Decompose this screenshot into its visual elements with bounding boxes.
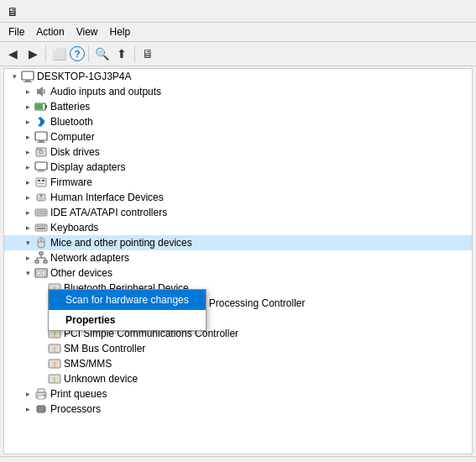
title-bar: 🖥 <box>0 0 476 23</box>
context-menu-item-1[interactable]: Properties <box>49 310 206 330</box>
update-button[interactable]: ⬆ <box>112 45 131 63</box>
tree-toggle-smsmms <box>34 357 48 370</box>
tree-item-hid[interactable]: Human Interface Devices <box>4 190 472 205</box>
tree-label-unknown: Unknown device <box>64 373 138 385</box>
tree-item-sm_bus[interactable]: !SM Bus Controller <box>4 341 472 356</box>
menu-item-view[interactable]: View <box>71 24 103 39</box>
computer-icon <box>34 130 48 144</box>
tree-item-keyboards[interactable]: Keyboards <box>4 220 472 235</box>
tree-toggle-keyboards[interactable] <box>21 221 34 234</box>
svg-rect-27 <box>39 226 41 228</box>
tree-toggle-printqueues[interactable] <box>21 387 34 401</box>
tree-item-printqueues[interactable]: Print queues <box>4 386 472 402</box>
tree-item-audio[interactable]: Audio inputs and outputs <box>4 84 472 99</box>
tree-toggle-ide[interactable] <box>21 206 34 219</box>
tree-toggle-pci_simple <box>34 327 48 340</box>
menu-item-file[interactable]: File <box>3 24 29 39</box>
tree-toggle-otherdevices[interactable] <box>21 266 34 280</box>
svg-text:!: ! <box>54 330 56 339</box>
svg-rect-41 <box>37 270 40 276</box>
tree-item-batteries[interactable]: Batteries <box>4 99 472 114</box>
tree-label-ide: IDE ATA/ATAPI controllers <box>50 207 167 218</box>
svg-rect-14 <box>39 170 44 171</box>
tree-toggle-firmware[interactable] <box>21 176 34 189</box>
tree-item-unknown[interactable]: !Unknown device <box>4 371 472 386</box>
tree-label-mice: Mice and other pointing devices <box>50 237 192 249</box>
tree-item-root[interactable]: DESKTOP-1GJ3P4A <box>4 69 472 84</box>
svg-rect-59 <box>38 396 44 399</box>
scan-button[interactable]: 🔍 <box>92 45 111 63</box>
tree-item-processors[interactable]: Processors <box>4 402 472 417</box>
tree-item-smsmms[interactable]: !SMS/MMS <box>4 356 472 371</box>
hid-icon <box>34 191 48 204</box>
tree-toggle-netadapters[interactable] <box>21 251 34 265</box>
svg-rect-2 <box>24 81 32 82</box>
tree-label-diskdrives: Disk drives <box>50 146 100 158</box>
svg-rect-9 <box>37 142 45 143</box>
network-icon <box>34 251 48 265</box>
tree-toggle-hid[interactable] <box>21 191 34 204</box>
tree-toggle-pci_data <box>34 297 48 310</box>
tree-label-smsmms: SMS/MMS <box>64 358 112 370</box>
tree-toggle-mice[interactable] <box>21 236 34 249</box>
tree-item-displayadapters[interactable]: Display adapters <box>4 160 472 175</box>
tree-item-netadapters[interactable]: Network adapters <box>4 250 472 265</box>
tree-toggle-displayadapters[interactable] <box>21 160 34 174</box>
tree-toggle-bluetooth[interactable] <box>21 115 34 129</box>
tree-toggle-computer[interactable] <box>21 130 34 144</box>
svg-rect-30 <box>37 228 45 229</box>
svg-rect-33 <box>39 252 43 255</box>
tree-item-firmware[interactable]: Firmware <box>4 175 472 190</box>
tree-item-diskdrives[interactable]: Disk drives <box>4 144 472 160</box>
firmware-icon <box>34 176 48 189</box>
menu-bar: FileActionViewHelp <box>0 23 476 42</box>
tree-toggle-unknown <box>34 372 48 386</box>
tree-item-bluetooth[interactable]: Bluetooth <box>4 114 472 129</box>
tree-toggle-root[interactable] <box>8 70 21 83</box>
tree-label-sm_bus: SM Bus Controller <box>64 343 145 354</box>
disk-icon <box>34 145 48 159</box>
tree-item-computer[interactable]: Computer <box>4 129 472 144</box>
unknown_warn-icon: ! <box>48 372 61 386</box>
title-bar-icon: 🖥 <box>7 5 18 18</box>
back-button[interactable]: ◀ <box>3 45 22 63</box>
svg-rect-6 <box>36 104 43 109</box>
tree-item-mice[interactable]: Mice and other pointing devices <box>4 235 472 250</box>
tree-item-otherdevices[interactable]: Other devices <box>4 265 472 281</box>
context-menu-item-0[interactable]: Scan for hardware changes <box>49 290 206 310</box>
svg-point-21 <box>40 195 43 197</box>
svg-marker-3 <box>37 87 43 97</box>
svg-rect-26 <box>37 226 39 228</box>
menu-item-help[interactable]: Help <box>105 24 136 39</box>
tree-toggle-diskdrives[interactable] <box>21 145 34 159</box>
svg-rect-17 <box>38 180 40 181</box>
tree-view[interactable]: DESKTOP-1GJ3P4AAudio inputs and outputsB… <box>3 68 473 454</box>
tree-toggle-processors[interactable] <box>21 402 34 416</box>
tree-item-ide[interactable]: IDE ATA/ATAPI controllers <box>4 205 472 220</box>
speaker-icon <box>34 85 48 98</box>
computer-icon <box>21 70 34 83</box>
svg-rect-16 <box>36 178 46 186</box>
menu-item-action[interactable]: Action <box>31 24 69 39</box>
monitor-button[interactable]: 🖥 <box>139 45 157 63</box>
svg-rect-19 <box>38 183 44 184</box>
tree-toggle-sm_bus <box>34 342 48 355</box>
svg-rect-1 <box>25 80 30 81</box>
svg-rect-62 <box>39 407 44 412</box>
svg-rect-42 <box>42 270 45 276</box>
unknown_warn-icon: ! <box>48 342 61 355</box>
ide-icon <box>34 206 48 219</box>
other-icon <box>34 266 48 280</box>
help-button[interactable]: ? <box>70 46 85 61</box>
svg-text:!: ! <box>54 345 56 354</box>
tree-toggle-audio[interactable] <box>21 85 34 98</box>
toolbar-separator <box>88 45 89 62</box>
svg-rect-28 <box>42 226 44 228</box>
tree-label-otherdevices: Other devices <box>50 267 112 279</box>
svg-rect-12 <box>37 149 42 150</box>
tree-label-displayadapters: Display adapters <box>50 161 125 173</box>
properties-button[interactable]: ⬜ <box>50 45 68 63</box>
forward-button[interactable]: ▶ <box>24 45 42 63</box>
tree-toggle-bluetooth_pd <box>34 281 48 295</box>
tree-toggle-batteries[interactable] <box>21 100 34 113</box>
